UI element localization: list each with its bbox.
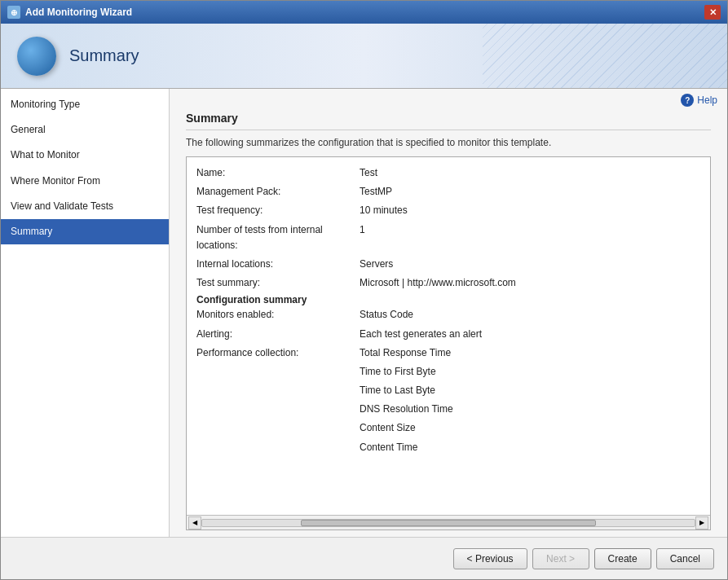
sidebar-item-monitoring-type[interactable]: Monitoring Type bbox=[1, 92, 169, 117]
sidebar-item-where-monitor-from[interactable]: Where Monitor From bbox=[1, 169, 169, 194]
summary-row-label bbox=[196, 420, 360, 436]
summary-row-label: Management Pack: bbox=[196, 184, 360, 200]
window-icon: ⊕ bbox=[7, 6, 20, 19]
summary-row-value: Content Size bbox=[360, 420, 700, 436]
help-link[interactable]: ? Help bbox=[681, 94, 717, 107]
main-window: ⊕ Add Monitoring Wizard ✕ Summary Monito… bbox=[0, 0, 728, 580]
summary-row-label: Name: bbox=[196, 165, 360, 181]
summary-row: Time to First Byte bbox=[196, 364, 700, 380]
summary-row-value: Time to Last Byte bbox=[360, 383, 700, 398]
title-bar: ⊕ Add Monitoring Wizard ✕ bbox=[1, 1, 727, 24]
next-button[interactable]: Next > bbox=[532, 548, 589, 569]
summary-row-value: Test bbox=[360, 165, 700, 181]
summary-row: Monitors enabled:Status Code bbox=[196, 307, 700, 323]
close-button[interactable]: ✕ bbox=[704, 5, 721, 20]
summary-row: Name:Test bbox=[196, 165, 700, 181]
scroll-left-arrow[interactable]: ◀ bbox=[188, 516, 201, 529]
footer: < Previous Next > Create Cancel bbox=[1, 537, 727, 579]
help-icon: ? bbox=[681, 94, 694, 107]
summary-row-value: Time to First Byte bbox=[360, 364, 700, 380]
summary-row-label bbox=[196, 364, 360, 380]
help-row: ? Help bbox=[170, 89, 727, 108]
previous-button[interactable]: < Previous bbox=[453, 548, 527, 569]
summary-row-label: Test summary: bbox=[196, 275, 360, 291]
summary-box: Name:TestManagement Pack:TestMPTest freq… bbox=[186, 156, 711, 530]
summary-row: DNS Resolution Time bbox=[196, 402, 700, 417]
summary-row-value: Content Time bbox=[360, 440, 700, 455]
summary-row-value: 1 bbox=[360, 222, 700, 253]
sidebar-item-summary[interactable]: Summary bbox=[1, 219, 169, 244]
summary-row-value: Each test generates an alert bbox=[360, 327, 700, 342]
header-pattern bbox=[483, 24, 727, 89]
scrollbar-thumb[interactable] bbox=[301, 520, 596, 526]
summary-row-label: Internal locations: bbox=[196, 257, 360, 272]
cancel-button[interactable]: Cancel bbox=[656, 548, 714, 569]
header-icon bbox=[17, 37, 56, 76]
summary-row: Performance collection:Total Response Ti… bbox=[196, 345, 700, 361]
summary-row-value: TestMP bbox=[360, 184, 700, 200]
summary-row-label: Monitors enabled: bbox=[196, 307, 360, 323]
summary-row-label bbox=[196, 402, 360, 417]
summary-row: Content Time bbox=[196, 440, 700, 455]
summary-row: Number of tests from internal locations:… bbox=[196, 222, 700, 253]
content-area: ? Help Summary The following summarizes … bbox=[170, 89, 727, 537]
sidebar-item-general[interactable]: General bbox=[1, 117, 169, 143]
section-description: The following summarizes the configurati… bbox=[186, 137, 711, 148]
summary-row-label bbox=[196, 383, 360, 398]
summary-row: Test frequency:10 minutes bbox=[196, 203, 700, 218]
summary-row-value: 10 minutes bbox=[360, 203, 700, 218]
summary-row-value: Servers bbox=[360, 257, 700, 272]
summary-row-label: Alerting: bbox=[196, 327, 360, 342]
summary-row: Time to Last Byte bbox=[196, 383, 700, 398]
summary-row: Content Size bbox=[196, 420, 700, 436]
sidebar-item-what-to-monitor[interactable]: What to Monitor bbox=[1, 143, 169, 168]
header: Summary bbox=[1, 24, 727, 89]
summary-row: Test summary:Microsoft | http://www.micr… bbox=[196, 275, 700, 291]
sidebar-item-view-validate[interactable]: View and Validate Tests bbox=[1, 194, 169, 219]
summary-content: Name:TestManagement Pack:TestMPTest freq… bbox=[187, 157, 710, 515]
header-title: Summary bbox=[69, 46, 139, 65]
summary-row-label: Test frequency: bbox=[196, 203, 360, 218]
summary-section-header: Configuration summary bbox=[196, 294, 700, 305]
scroll-right-arrow[interactable]: ▶ bbox=[695, 516, 708, 529]
summary-row-label bbox=[196, 440, 360, 455]
main-content: Monitoring Type General What to Monitor … bbox=[1, 89, 727, 537]
summary-row-value: Status Code bbox=[360, 307, 700, 323]
summary-row: Management Pack:TestMP bbox=[196, 184, 700, 200]
summary-row-label: Performance collection: bbox=[196, 345, 360, 361]
summary-row-value: DNS Resolution Time bbox=[360, 402, 700, 417]
sidebar: Monitoring Type General What to Monitor … bbox=[1, 89, 170, 537]
create-button[interactable]: Create bbox=[594, 548, 651, 569]
help-label: Help bbox=[697, 94, 717, 106]
summary-row-value: Total Response Time bbox=[360, 345, 700, 361]
summary-row-value: Microsoft | http://www.microsoft.com bbox=[360, 275, 700, 291]
summary-row-label: Number of tests from internal locations: bbox=[196, 222, 360, 253]
scrollbar-track[interactable] bbox=[201, 519, 695, 527]
summary-row: Alerting:Each test generates an alert bbox=[196, 327, 700, 342]
section-title: Summary bbox=[186, 112, 711, 130]
window-title: Add Monitoring Wizard bbox=[25, 7, 704, 18]
section: Summary The following summarizes the con… bbox=[170, 108, 727, 537]
summary-row: Internal locations:Servers bbox=[196, 257, 700, 272]
horizontal-scrollbar[interactable]: ◀ ▶ bbox=[187, 515, 710, 529]
